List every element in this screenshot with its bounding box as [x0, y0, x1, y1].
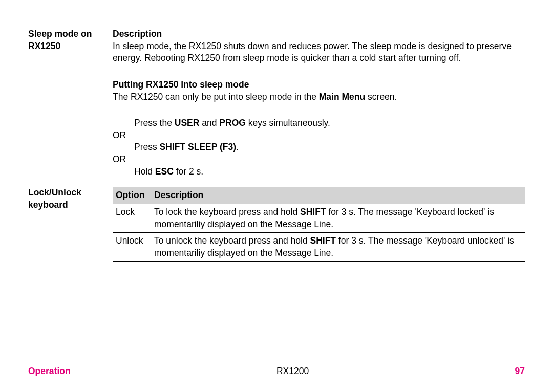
col-option: Option — [113, 187, 151, 204]
page-footer: Operation RX1200 97 — [28, 366, 525, 377]
section-sleep-mode: Sleep mode on RX1250 Description In slee… — [28, 28, 525, 178]
manual-page: Sleep mode on RX1250 Description In slee… — [0, 0, 553, 392]
side-heading-lock: Lock/Unlock keyboard — [28, 187, 113, 278]
table-row: Unlock To unlock the keyboard press and … — [113, 233, 525, 262]
step-1: Press the USER and PROG keys simultaneou… — [113, 117, 525, 129]
cell-option: Lock — [113, 204, 151, 232]
step-2: Press SHIFT SLEEP (F3). — [113, 141, 525, 154]
content-sleep: Description In sleep mode, the RX1250 sh… — [113, 28, 525, 178]
table-header-row: Option Description — [113, 187, 525, 204]
putting-sleep-text: The RX1250 can only be put into sleep mo… — [113, 91, 525, 103]
col-description: Description — [151, 187, 525, 204]
options-table: Option Description Lock To lock the keyb… — [113, 187, 525, 262]
putting-sleep-label: Putting RX1250 into sleep mode — [113, 79, 525, 91]
side-heading-sleep: Sleep mode on RX1250 — [28, 28, 113, 178]
desc-label: Description — [113, 28, 525, 40]
cell-option: Unlock — [113, 233, 151, 262]
step-3: Hold ESC for 2 s. — [113, 166, 525, 178]
content-lock: Option Description Lock To lock the keyb… — [113, 187, 525, 278]
desc-text: In sleep mode, the RX1250 shuts down and… — [113, 40, 525, 64]
or-1: OR — [113, 129, 525, 142]
section-lock-unlock: Lock/Unlock keyboard Option Description … — [28, 187, 525, 278]
footer-product: RX1200 — [276, 366, 309, 377]
footer-section-name: Operation — [28, 366, 71, 377]
or-2: OR — [113, 154, 525, 166]
cell-desc: To unlock the keyboard press and hold SH… — [151, 233, 525, 262]
table-row: Lock To lock the keyboard press and hold… — [113, 204, 525, 232]
footer-page-number: 97 — [515, 366, 525, 377]
cell-desc: To lock the keyboard press and hold SHIF… — [151, 204, 525, 232]
section-divider — [113, 269, 525, 269]
